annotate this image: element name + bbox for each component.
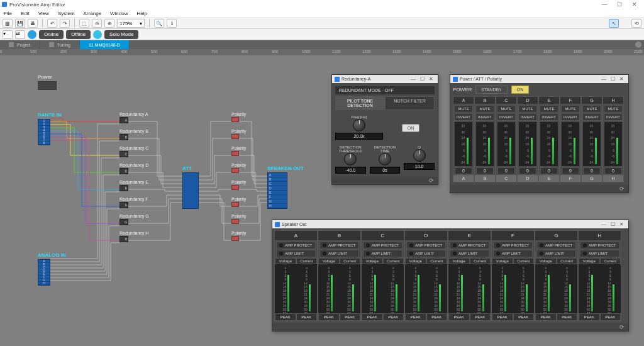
att-value[interactable]: 0	[519, 167, 536, 174]
offline-button[interactable]: Offline	[66, 30, 91, 39]
node-body[interactable]: H	[119, 236, 128, 242]
toolbar-print-button[interactable]: 🖶	[28, 19, 38, 28]
toolbar-save-button[interactable]: 💾	[15, 19, 25, 28]
node-body[interactable]: C	[119, 151, 128, 157]
transfer-button[interactable]: ⇄	[15, 30, 25, 39]
invert-button[interactable]: INVERT	[454, 113, 473, 121]
node-body[interactable]: E	[119, 185, 128, 191]
panel-close-button[interactable]: ✕	[426, 76, 435, 82]
tab-pilot-tone[interactable]: PILOT TONE DETECTION	[335, 96, 385, 110]
power-att-panel[interactable]: Power / ATT / Polarity — ☐ ✕ POWER STAND…	[450, 74, 629, 193]
peak-button[interactable]: PEAK	[513, 313, 535, 321]
redundancy-node[interactable]: Redundancy AA	[119, 112, 148, 123]
panel-min-button[interactable]: —	[599, 221, 608, 227]
peak-button[interactable]: PEAK	[340, 313, 361, 321]
redundancy-node[interactable]: Redundancy DD	[119, 163, 148, 174]
mute-button[interactable]: MUTE	[561, 105, 580, 113]
tab-tuning[interactable]: Tuning	[40, 40, 80, 49]
node-body[interactable]: A	[119, 117, 128, 123]
invert-button[interactable]: INVERT	[497, 113, 516, 121]
toolbar-magnify-button[interactable]: 🔍	[154, 19, 164, 28]
node-body[interactable]	[231, 236, 239, 241]
refresh-icon[interactable]: ⟳	[429, 177, 434, 184]
node-body[interactable]: F	[119, 202, 128, 208]
analog-port[interactable]: H	[38, 282, 50, 285]
time-readout[interactable]: 0s	[370, 167, 401, 174]
menu-view[interactable]: View	[38, 11, 49, 16]
threshold-knob[interactable]	[344, 153, 357, 165]
freq-knob[interactable]	[353, 119, 365, 131]
dante-in-block[interactable]: DANTE IN 12345678	[38, 112, 62, 145]
panel-max-button[interactable]: ☐	[418, 76, 426, 82]
att-block[interactable]: ATT	[182, 165, 199, 209]
dante-port[interactable]: 8	[38, 142, 50, 145]
peak-button[interactable]: PEAK	[275, 313, 296, 321]
peak-button[interactable]: PEAK	[362, 313, 383, 321]
invert-button[interactable]: INVERT	[582, 113, 601, 121]
zoom-out-button[interactable]: ⊖	[92, 19, 102, 28]
canvas[interactable]: Power DANTE IN 12345678 ANALOG IN ABCDEF…	[0, 55, 644, 346]
node-body[interactable]	[231, 151, 239, 156]
speaker-port[interactable]: H	[268, 204, 287, 208]
speaker-port[interactable]: F	[268, 195, 287, 199]
att-value[interactable]: 0	[497, 167, 515, 174]
standby-button[interactable]: STANDBY	[475, 86, 508, 94]
dropdown-button[interactable]: ▾	[3, 30, 13, 39]
redundancy-node[interactable]: Redundancy FF	[119, 197, 148, 208]
peak-button[interactable]: PEAK	[318, 313, 340, 321]
peak-button[interactable]: PEAK	[296, 313, 318, 321]
polarity-node[interactable]: Polarity	[231, 146, 246, 156]
online-button[interactable]: Online	[39, 30, 64, 39]
peak-button[interactable]: PEAK	[492, 313, 513, 321]
mute-button[interactable]: MUTE	[454, 105, 473, 113]
speaker-port[interactable]: C	[268, 182, 287, 186]
zoom-field[interactable]: 175%▾	[117, 19, 145, 28]
menu-edit[interactable]: Edit	[21, 11, 30, 16]
zoom-in-button[interactable]: ⊕	[104, 19, 114, 28]
menu-help[interactable]: Help	[136, 11, 147, 16]
q-knob[interactable]	[413, 149, 426, 162]
window-min-button[interactable]: —	[597, 1, 612, 8]
att-value[interactable]: 0	[455, 167, 472, 174]
peak-button[interactable]: PEAK	[448, 313, 470, 321]
speaker-port[interactable]: D	[268, 186, 287, 191]
att-value[interactable]: 0	[540, 167, 558, 174]
menu-window[interactable]: Window	[110, 11, 128, 16]
toolbar-redo-button[interactable]: ↷	[60, 19, 70, 28]
invert-button[interactable]: INVERT	[540, 113, 558, 121]
peak-button[interactable]: PEAK	[383, 313, 404, 321]
refresh-icon[interactable]: ⟳	[619, 324, 625, 330]
redundancy-node[interactable]: Redundancy EE	[119, 180, 148, 191]
mute-button[interactable]: MUTE	[582, 105, 601, 113]
analog-in-block[interactable]: ANALOG IN ABCDEFGH	[38, 252, 66, 286]
node-body[interactable]	[231, 185, 239, 190]
freq-readout[interactable]: 20.0k	[335, 133, 383, 140]
redundancy-node[interactable]: Redundancy GG	[119, 214, 149, 225]
mute-button[interactable]: MUTE	[604, 105, 623, 113]
solo-mode-button[interactable]: Solo Mode	[104, 30, 138, 39]
panel-max-button[interactable]: ☐	[608, 76, 617, 82]
tab-project[interactable]: Project	[0, 40, 40, 49]
polarity-node[interactable]: Polarity	[231, 180, 246, 190]
invert-button[interactable]: INVERT	[518, 113, 537, 121]
peak-button[interactable]: PEAK	[426, 313, 448, 321]
speaker-port[interactable]: E	[268, 191, 287, 195]
menu-file[interactable]: File	[4, 11, 12, 16]
redundancy-panel[interactable]: Redundancy-A — ☐ ✕ REDUNDANT MODE - OFF …	[331, 74, 438, 185]
polarity-node[interactable]: Polarity	[231, 197, 246, 207]
panel-close-button[interactable]: ✕	[617, 76, 626, 82]
node-body[interactable]: D	[119, 168, 128, 174]
menu-system[interactable]: System	[58, 11, 75, 16]
panel-min-button[interactable]: —	[599, 76, 608, 82]
mute-button[interactable]: MUTE	[475, 105, 494, 113]
peak-button[interactable]: PEAK	[579, 313, 600, 321]
toolbar-select-button[interactable]: ⬚	[79, 19, 89, 28]
panel-header[interactable]: Speaker Out — ☐ ✕	[272, 220, 628, 228]
node-body[interactable]	[231, 134, 239, 139]
window-max-button[interactable]: ☐	[612, 1, 627, 8]
toolbar-new-button[interactable]: ▦	[3, 19, 13, 28]
toolbar-info-button[interactable]: ℹ	[167, 19, 177, 28]
att-value[interactable]: 0	[604, 167, 622, 174]
panel-header[interactable]: Redundancy-A — ☐ ✕	[332, 75, 438, 83]
toolbar-undo-button[interactable]: ↶	[47, 19, 57, 28]
